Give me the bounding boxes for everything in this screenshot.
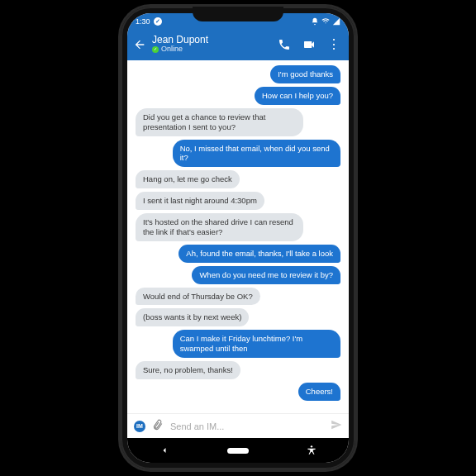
online-dot-icon: ✓	[152, 46, 159, 53]
input-bar: IM	[127, 413, 349, 438]
message-outgoing[interactable]: Can I make it Friday lunchtime? I'm swam…	[173, 330, 340, 358]
message-outgoing[interactable]: Cheers!	[298, 383, 340, 401]
message-incoming[interactable]: Would end of Thursday be OK?	[136, 288, 260, 306]
message-incoming[interactable]: (boss wants it by next week)	[136, 308, 249, 326]
im-badge-icon[interactable]: IM	[134, 421, 145, 432]
contact-info[interactable]: Jean Dupont ✓ Online	[152, 35, 273, 54]
nav-home-icon[interactable]	[221, 448, 255, 454]
message-input[interactable]	[170, 421, 324, 431]
phone-frame: 1:30 ✓ Jean Dupont ✓ Online	[121, 7, 355, 469]
status-time: 1:30	[136, 17, 150, 26]
video-call-icon[interactable]	[302, 38, 316, 51]
svg-point-0	[311, 445, 312, 447]
nav-bar	[127, 438, 349, 463]
wifi-icon	[321, 17, 330, 26]
message-outgoing[interactable]: When do you need me to review it by?	[192, 266, 340, 284]
call-icon[interactable]	[278, 38, 291, 51]
messages-list[interactable]: I'm good thanksHow can I help you?Did yo…	[127, 60, 349, 413]
message-outgoing[interactable]: How can I help you?	[255, 87, 340, 105]
nav-accessibility-icon[interactable]	[295, 445, 328, 456]
message-outgoing[interactable]: I'm good thanks	[270, 65, 340, 83]
message-incoming[interactable]: I sent it last night around 4:30pm	[136, 192, 264, 210]
contact-status: ✓ Online	[152, 45, 273, 54]
message-incoming[interactable]: Did you get a chance to review that pres…	[136, 108, 303, 136]
notch	[193, 7, 283, 21]
check-icon: ✓	[154, 17, 162, 26]
back-arrow-icon[interactable]	[132, 38, 147, 51]
more-menu-icon[interactable]: ⋮	[327, 38, 340, 51]
send-icon[interactable]	[331, 419, 342, 433]
status-text: Online	[161, 45, 183, 54]
signal-icon	[332, 17, 340, 26]
message-outgoing[interactable]: Ah, found the email, thanks, I'll take a…	[178, 245, 340, 263]
chat-header: Jean Dupont ✓ Online ⋮	[127, 30, 349, 60]
message-outgoing[interactable]: No, I missed that email, when did you se…	[173, 140, 340, 168]
notification-icon	[311, 17, 319, 26]
message-incoming[interactable]: Sure, no problem, thanks!	[136, 361, 240, 379]
message-incoming[interactable]: Hang on, let me go check	[136, 170, 240, 188]
message-incoming[interactable]: It's hosted on the shared drive I can re…	[136, 213, 303, 241]
attachment-icon[interactable]	[151, 418, 165, 434]
phone-screen: 1:30 ✓ Jean Dupont ✓ Online	[127, 13, 349, 463]
nav-back-icon[interactable]	[148, 445, 181, 455]
